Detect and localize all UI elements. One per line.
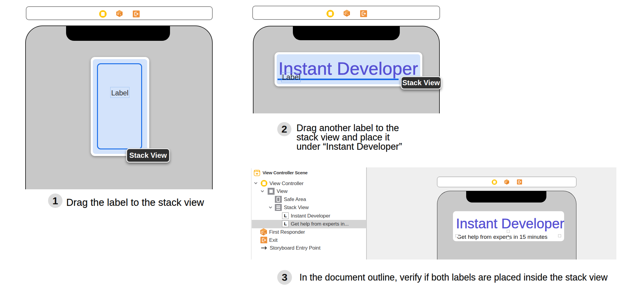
svg-text:1: 1: [348, 13, 349, 16]
svg-text:1: 1: [120, 13, 122, 16]
svg-text:1: 1: [264, 232, 266, 235]
